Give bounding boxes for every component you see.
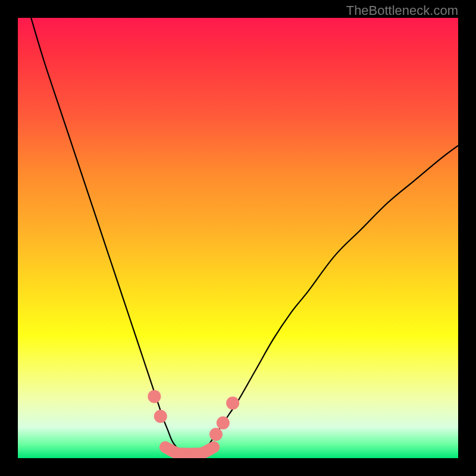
right-tick-1 — [209, 428, 223, 441]
left-tick-1 — [148, 390, 161, 403]
right-tick-2 — [217, 416, 230, 430]
chart-container: TheBottleneck.com — [0, 0, 476, 476]
curve-layer — [18, 18, 458, 458]
valley-floor — [165, 447, 214, 454]
left-curve — [31, 18, 176, 447]
right-tick-3 — [226, 397, 239, 410]
left-tick-2 — [154, 410, 167, 423]
attribution-text: TheBottleneck.com — [346, 3, 458, 18]
right-curve — [207, 146, 458, 447]
plot-area — [18, 18, 458, 458]
